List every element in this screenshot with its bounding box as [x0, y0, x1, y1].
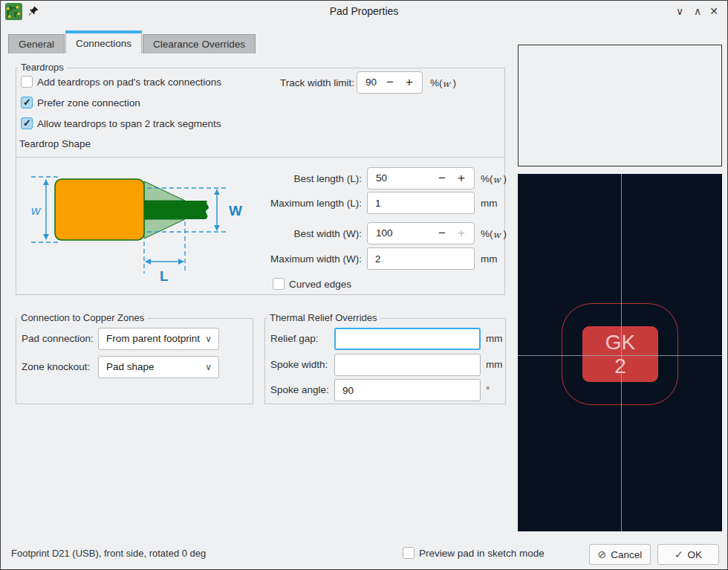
- preview-sketch-mode-label: Preview pad in sketch mode: [419, 548, 545, 559]
- best-length-increment-button[interactable]: +: [453, 168, 469, 188]
- ok-button[interactable]: ✓ OK: [657, 544, 719, 565]
- teardrops-legend: Teardrops: [18, 62, 67, 73]
- max-width-label: Maximum width (W):: [258, 253, 362, 265]
- max-length-input[interactable]: [367, 192, 475, 214]
- zone-knockout-dropdown[interactable]: Pad shape ∨: [98, 356, 219, 378]
- copper-zones-group: Connection to Copper Zones Pad connectio…: [16, 318, 253, 404]
- maximize-window-icon[interactable]: ∧: [689, 1, 706, 22]
- teardrops-group: Teardrops Add teardrops on pad's track c…: [16, 68, 505, 158]
- best-length-decrement-button[interactable]: −: [434, 168, 450, 188]
- curved-edges-label: Curved edges: [289, 279, 351, 290]
- track-width-limit-decrement-button[interactable]: −: [382, 72, 398, 92]
- span-segments-checkbox[interactable]: [21, 117, 33, 129]
- window-title: Pad Properties: [1, 1, 727, 22]
- tab-bar: General Connections Clearance Overrides: [8, 30, 256, 54]
- best-length-spinner[interactable]: 50 − +: [367, 167, 475, 190]
- pad-connection-dropdown[interactable]: From parent footprint ∨: [98, 328, 219, 350]
- pad-connection-value: From parent footprint: [106, 333, 200, 344]
- pad-info-preview-panel: [518, 45, 722, 166]
- max-width-input[interactable]: [367, 247, 475, 270]
- copper-zones-legend: Connection to Copper Zones: [18, 312, 147, 323]
- best-width-increment-button-disabled: +: [453, 223, 469, 243]
- tab-clearance-overrides[interactable]: Clearance Overrides: [143, 34, 256, 54]
- track-width-limit-value: 90: [365, 72, 377, 93]
- pad-graphic-preview-panel: GK 2: [518, 174, 722, 531]
- curved-edges-checkbox[interactable]: [273, 278, 285, 290]
- crosshair-vertical-line: [621, 174, 622, 531]
- thermal-relief-legend: Thermal Relief Overrides: [267, 312, 380, 323]
- shade-window-icon[interactable]: ∨: [671, 1, 689, 22]
- span-segments-label: Allow teardrops to span 2 track segments: [37, 118, 221, 129]
- relief-gap-input[interactable]: [334, 328, 481, 350]
- close-window-icon[interactable]: ✕: [705, 1, 723, 22]
- best-width-unit: %(w ): [481, 228, 507, 239]
- relief-gap-label: Relief gap:: [270, 333, 319, 344]
- prefer-zone-connection-checkbox[interactable]: [21, 97, 33, 109]
- spoke-angle-input[interactable]: [334, 379, 481, 401]
- best-width-value: 100: [376, 223, 393, 244]
- spoke-width-label: Spoke width:: [270, 359, 328, 370]
- spoke-width-unit: mm: [486, 359, 503, 370]
- pad-net-label: GK: [605, 331, 635, 354]
- cancel-button[interactable]: ⊘ Cancel: [589, 544, 651, 565]
- max-length-unit: mm: [481, 198, 498, 209]
- best-width-label: Best width (W):: [258, 228, 362, 239]
- pad-number-label: 2: [614, 354, 626, 378]
- best-width-spinner[interactable]: 100 − +: [367, 222, 475, 244]
- best-width-decrement-button[interactable]: −: [434, 223, 450, 243]
- track-width-limit-unit: %(w ): [430, 77, 456, 88]
- add-teardrops-checkbox[interactable]: [21, 76, 33, 88]
- teardrop-flare-top: [144, 181, 185, 201]
- best-length-label: Best length (L):: [258, 173, 362, 184]
- status-text: Footprint D21 (USB), front side, rotated…: [11, 548, 206, 559]
- max-width-unit: mm: [481, 253, 498, 265]
- best-length-unit: %(w ): [481, 173, 507, 184]
- track-shape: [144, 201, 209, 219]
- relief-gap-unit: mm: [486, 333, 503, 344]
- teardrop-shape-label: Teardrop Shape: [19, 138, 91, 149]
- add-teardrops-label: Add teardrops on pad's track connections: [37, 77, 221, 88]
- max-length-label: Maximum length (L):: [258, 198, 362, 209]
- spoke-angle-label: Spoke angle:: [270, 384, 329, 395]
- crosshair-horizontal-line: [518, 355, 722, 356]
- chevron-down-icon: ∨: [205, 357, 212, 378]
- preview-sketch-mode-checkbox[interactable]: [403, 547, 415, 559]
- tab-connections[interactable]: Connections: [65, 30, 142, 54]
- track-width-limit-label: Track width limit:: [280, 77, 354, 88]
- ok-check-icon: ✓: [675, 548, 683, 560]
- pad-shape: [55, 179, 144, 240]
- teardrop-flare-bottom: [144, 219, 185, 239]
- spoke-angle-unit: °: [486, 384, 490, 395]
- title-bar: Pad Properties ∨ ∧ ✕: [1, 1, 727, 22]
- diagram-L-label: L: [160, 268, 169, 284]
- preview-pad: GK 2: [582, 326, 658, 382]
- diagram-W-label: W: [229, 203, 242, 218]
- teardrop-shape-panel: w W L Best length (L): 50 − + %(w ) Maxi…: [16, 157, 505, 295]
- pad-connection-label: Pad connection:: [22, 333, 94, 344]
- cancel-icon: ⊘: [598, 548, 607, 560]
- prefer-zone-connection-label: Prefer zone connection: [37, 97, 140, 109]
- pad-properties-dialog: Pad Properties ∨ ∧ ✕ General Connections…: [0, 0, 728, 570]
- track-width-limit-spinner[interactable]: 90 − +: [357, 71, 423, 94]
- thermal-relief-group: Thermal Relief Overrides Relief gap: mm …: [264, 318, 506, 404]
- tab-general[interactable]: General: [8, 34, 65, 54]
- chevron-down-icon: ∨: [205, 328, 212, 349]
- best-length-value: 50: [376, 168, 387, 189]
- zone-knockout-value: Pad shape: [106, 361, 155, 372]
- diagram-w-label: w: [31, 204, 42, 218]
- zone-knockout-label: Zone knockout:: [22, 361, 90, 372]
- spoke-width-input[interactable]: [334, 354, 481, 376]
- track-width-limit-increment-button[interactable]: +: [401, 72, 417, 92]
- teardrop-diagram: w W L: [24, 168, 261, 288]
